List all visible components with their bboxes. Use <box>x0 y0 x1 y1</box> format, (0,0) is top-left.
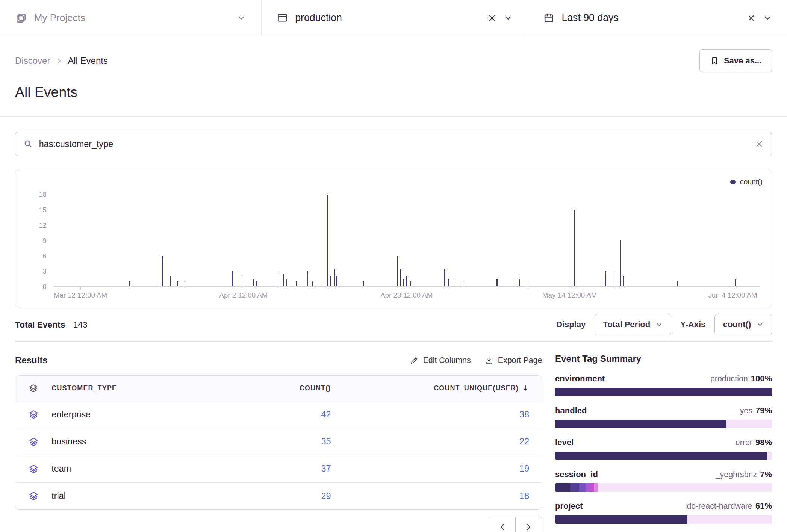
clear-search-icon[interactable] <box>755 139 764 148</box>
breadcrumb-discover[interactable]: Discover <box>15 56 50 66</box>
tag-bar[interactable] <box>555 452 772 460</box>
breadcrumb: Discover All Events <box>15 56 108 66</box>
chart-bar <box>403 279 404 286</box>
count-unique-cell[interactable]: 18 <box>331 491 529 501</box>
x-axis-labels: Mar 12 12:00 AMApr 2 12:00 AMApr 23 12:0… <box>54 287 760 304</box>
tag-bar-segment[interactable] <box>555 483 570 492</box>
y-axis-tick-label: 6 <box>43 252 47 260</box>
tag-key: handled <box>555 406 587 416</box>
pencil-icon <box>410 356 419 365</box>
date-range-value: Last 90 days <box>561 12 618 24</box>
tag-bar-segment[interactable] <box>555 420 726 428</box>
search-input[interactable] <box>39 139 749 149</box>
count-cell[interactable]: 37 <box>241 464 331 474</box>
tag-bar-segment[interactable] <box>586 483 590 492</box>
page-title: All Events <box>15 84 772 116</box>
next-page-button[interactable] <box>516 517 542 532</box>
sort-desc-icon <box>522 384 529 392</box>
tag-bar[interactable] <box>555 420 772 428</box>
tag-key: project <box>555 501 583 511</box>
chevron-down-icon <box>756 321 764 328</box>
chart-bar <box>397 256 398 287</box>
y-axis-tick-label: 15 <box>39 206 47 214</box>
window-icon <box>277 12 288 24</box>
tag-bar[interactable] <box>555 515 772 524</box>
calendar-icon <box>543 12 555 24</box>
chart-bar <box>129 281 130 287</box>
tag-group-session-id: session_id _yeghrsbnz7% <box>555 470 772 492</box>
chart-bar <box>410 281 412 287</box>
x-axis-tick <box>80 287 81 290</box>
x-axis-tick <box>570 287 570 290</box>
discover-content: count() 0369121518 Mar 12 12:00 AMApr 2 … <box>0 132 787 532</box>
chart-bar <box>463 281 464 287</box>
date-range-filter[interactable]: Last 90 days <box>528 0 787 36</box>
tag-top-value: ido-react-hardware61% <box>685 501 772 511</box>
tag-bar-segment[interactable] <box>594 483 599 492</box>
display-select[interactable]: Total Period <box>595 314 671 335</box>
save-as-button[interactable]: Save as... <box>699 49 772 72</box>
chart-bar <box>162 256 163 287</box>
tag-bar-segment[interactable] <box>555 452 767 460</box>
previous-page-button[interactable] <box>489 517 515 532</box>
tag-summary-title: Event Tag Summary <box>555 354 772 364</box>
chevron-down-icon <box>655 321 663 328</box>
tag-bar-segment[interactable] <box>555 388 772 396</box>
results-table: CUSTOMER_TYPE COUNT() COUNT_UNIQUE(USER)… <box>15 375 542 509</box>
export-page-button[interactable]: Export Page <box>485 356 542 365</box>
edit-columns-button[interactable]: Edit Columns <box>410 356 471 365</box>
total-events-value: 143 <box>73 320 88 330</box>
project-selector[interactable]: My Projects <box>0 0 261 36</box>
page-header: Discover All Events Save as... All Event… <box>0 36 787 117</box>
chart-summary-row: Total Events 143 Display Total Period Y-… <box>15 308 772 341</box>
chart-bar <box>400 269 401 287</box>
chart-legend: count() <box>24 175 763 189</box>
search-bar <box>15 132 772 156</box>
tag-group-level: level error98% <box>555 438 772 460</box>
clear-environment-icon[interactable] <box>487 14 496 23</box>
chart-bar <box>363 281 364 287</box>
tag-top-value: production100% <box>710 374 772 384</box>
clear-date-icon[interactable] <box>747 14 756 23</box>
count-unique-cell[interactable]: 22 <box>331 437 529 447</box>
chart-bar <box>296 281 297 287</box>
count-cell[interactable]: 35 <box>241 437 331 447</box>
count-unique-cell[interactable]: 38 <box>331 410 529 420</box>
x-axis-tick <box>733 287 733 290</box>
tag-bar-segment[interactable] <box>598 483 772 492</box>
table-row: business 35 22 <box>15 428 542 455</box>
chart-bar <box>444 269 445 287</box>
column-header-count-unique[interactable]: COUNT_UNIQUE(USER) <box>331 384 529 392</box>
tag-bar[interactable] <box>555 388 772 396</box>
tag-bar-segment[interactable] <box>687 515 772 524</box>
tag-bar-segment[interactable] <box>555 515 687 524</box>
tag-bar-segment[interactable] <box>579 483 586 492</box>
y-axis-tick-label: 12 <box>39 221 47 229</box>
chevron-right-icon <box>525 523 533 531</box>
tag-bar-segment[interactable] <box>570 483 579 492</box>
column-header-count[interactable]: COUNT() <box>241 384 331 392</box>
tag-key: level <box>555 438 574 447</box>
search-icon <box>23 139 33 148</box>
chevron-down-icon <box>763 14 772 23</box>
environment-filter[interactable]: production <box>262 0 528 36</box>
pagination <box>15 517 542 532</box>
events-chart: 0369121518 Mar 12 12:00 AMApr 2 12:00 AM… <box>54 195 760 304</box>
layers-icon <box>15 464 51 474</box>
chart-bar <box>677 281 678 287</box>
tag-top-value: error98% <box>736 438 772 447</box>
yaxis-select[interactable]: count() <box>714 314 772 335</box>
chart-bar <box>620 240 621 286</box>
tag-bar[interactable] <box>555 483 772 492</box>
count-cell[interactable]: 42 <box>241 410 331 420</box>
chart-bar <box>307 271 308 287</box>
tag-bar-segment[interactable] <box>767 452 772 460</box>
y-axis-labels: 0369121518 <box>24 195 47 287</box>
count-cell[interactable]: 29 <box>241 491 331 501</box>
tag-bar-segment[interactable] <box>726 420 772 428</box>
tag-bar-segment[interactable] <box>590 483 594 492</box>
table-row: enterprise 42 38 <box>15 401 542 428</box>
column-header-customer-type[interactable]: CUSTOMER_TYPE <box>51 384 241 392</box>
x-axis-tick <box>407 287 407 290</box>
count-unique-cell[interactable]: 19 <box>331 464 529 474</box>
